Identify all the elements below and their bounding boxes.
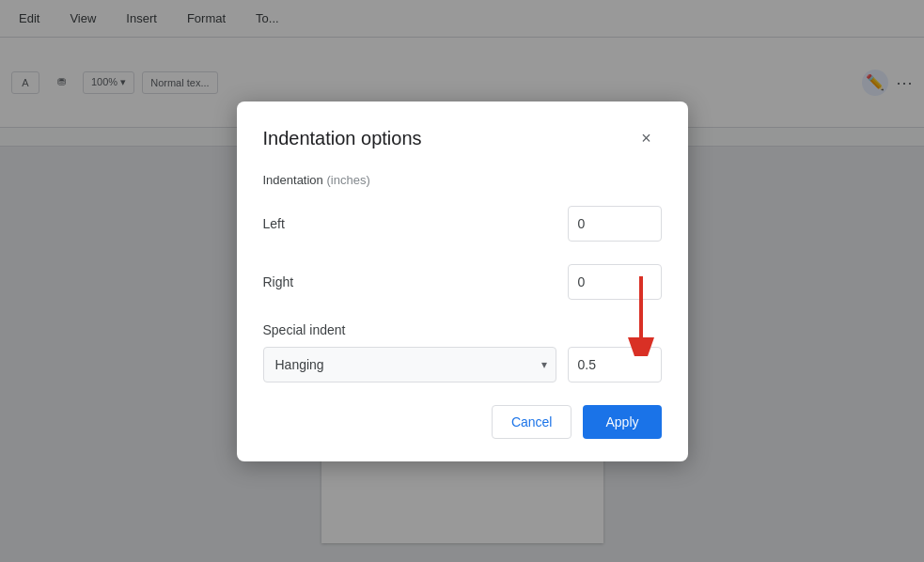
dialog-header: Indentation options × [263, 124, 662, 154]
apply-button[interactable]: Apply [583, 405, 661, 439]
special-value-wrapper [568, 347, 662, 382]
dialog-title: Indentation options [263, 128, 422, 149]
special-select-wrapper: Hanging None First line ▾ [263, 347, 556, 382]
right-label: Right [263, 274, 294, 289]
left-field-row: Left [263, 206, 662, 242]
modal-overlay: Indentation options × Indentation (inche… [0, 0, 924, 562]
right-field-row: Right [263, 264, 662, 300]
cancel-button[interactable]: Cancel [492, 405, 572, 439]
indentation-section-label: Indentation (inches) [263, 173, 662, 187]
special-row: Hanging None First line ▾ [263, 347, 662, 382]
left-input[interactable] [568, 206, 662, 242]
indentation-dialog: Indentation options × Indentation (inche… [237, 101, 688, 461]
close-button[interactable]: × [632, 124, 662, 154]
special-indent-label: Special indent [263, 322, 662, 337]
special-indent-section: Special indent Hanging None First line ▾ [263, 322, 662, 382]
right-input[interactable] [568, 264, 662, 300]
left-label: Left [263, 216, 285, 231]
indentation-unit: (inches) [326, 173, 369, 187]
dialog-footer: Cancel Apply [263, 405, 662, 439]
special-value-input[interactable] [568, 347, 662, 382]
special-indent-select[interactable]: Hanging None First line [263, 347, 556, 382]
